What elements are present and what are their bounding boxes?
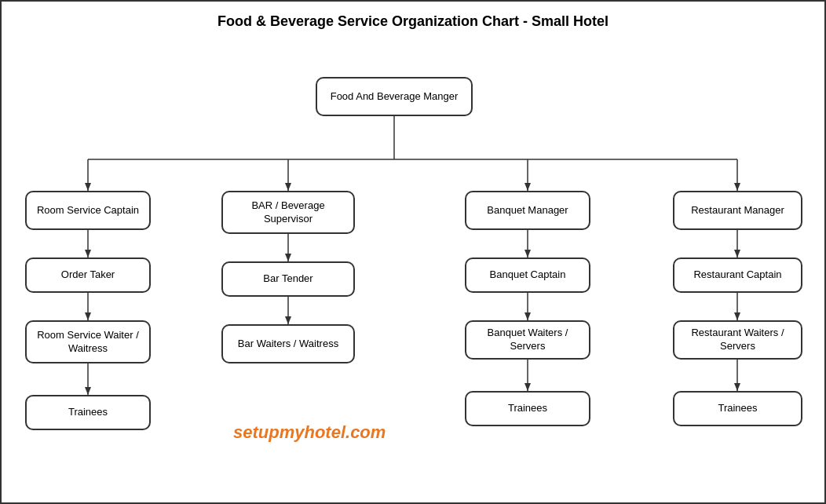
svg-marker-27 [524, 312, 531, 320]
trainees-1-node: Trainees [25, 395, 151, 430]
room-service-captain-node: Room Service Captain [25, 191, 151, 230]
banquet-captain-node: Banquet Captain [465, 257, 590, 293]
svg-marker-30 [734, 312, 740, 320]
svg-marker-24 [285, 254, 291, 261]
bar-waiters-node: Bar Waiters / Waitress [221, 324, 355, 363]
banquet-waiters-node: Banquet Waiters / Servers [465, 320, 590, 360]
svg-marker-22 [85, 312, 91, 320]
trainees-3-node: Trainees [465, 391, 590, 426]
svg-marker-18 [285, 183, 291, 191]
svg-marker-21 [85, 250, 91, 257]
bar-tender-node: Bar Tender [221, 261, 355, 297]
svg-marker-26 [524, 250, 531, 257]
svg-marker-23 [85, 387, 91, 395]
svg-marker-20 [734, 183, 740, 191]
restaurant-manager-node: Restaurant Manager [673, 191, 802, 230]
food-beverage-manager-node: Food And Beverage Manger [316, 77, 473, 116]
restaurant-captain-node: Restaurant Captain [673, 257, 802, 293]
restaurant-waiters-node: Restaurant Waiters / Servers [673, 320, 802, 360]
svg-marker-28 [524, 383, 531, 391]
svg-marker-31 [734, 383, 740, 391]
svg-marker-17 [85, 183, 91, 191]
svg-marker-25 [285, 316, 291, 324]
page: Food & Beverage Service Organization Cha… [0, 0, 826, 504]
watermark: setupmyhotel.com [233, 422, 386, 443]
svg-marker-19 [524, 183, 531, 191]
room-service-waiter-node: Room Service Waiter / Waitress [25, 320, 151, 363]
svg-marker-29 [734, 250, 740, 257]
chart-title: Food & Beverage Service Organization Cha… [9, 13, 817, 30]
chart-area: Food And Beverage Manger Room Service Ca… [9, 38, 817, 493]
order-taker-node: Order Taker [25, 257, 151, 293]
bar-supervisor-node: BAR / Beverage Supervisor [221, 191, 355, 234]
trainees-4-node: Trainees [673, 391, 802, 426]
banquet-manager-node: Banquet Manager [465, 191, 590, 230]
